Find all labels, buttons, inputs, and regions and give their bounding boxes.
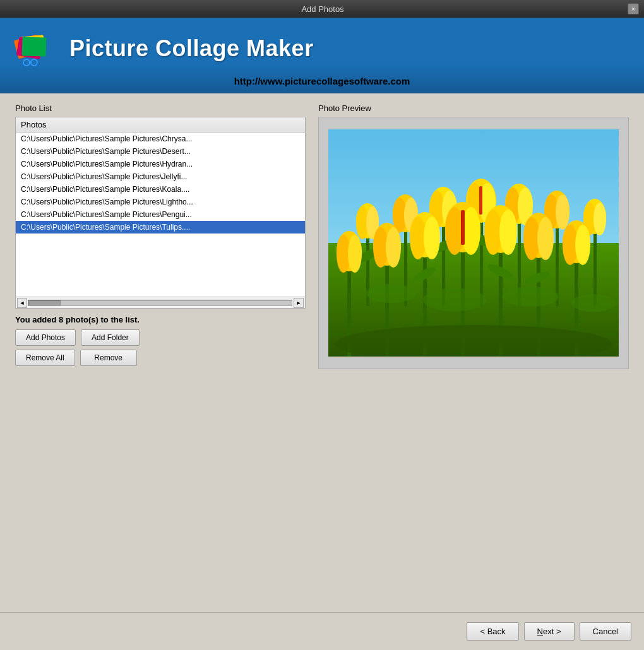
app-logo (13, 25, 60, 72)
photo-list-item[interactable]: C:\Users\Public\Pictures\Sample Pictures… (16, 221, 305, 233)
dialog-wrapper: Add Photos × Picture Collage Maker (0, 0, 644, 650)
photo-list-item[interactable]: C:\Users\Public\Pictures\Sample Pictures… (16, 208, 305, 221)
svg-point-5 (31, 59, 37, 66)
remove-buttons-row: Remove All Remove (15, 350, 306, 366)
cancel-button[interactable]: Cancel (580, 622, 631, 641)
left-panel: Photo List Photos C:\Users\Public\Pictur… (15, 103, 306, 602)
photo-list-item[interactable]: C:\Users\Public\Pictures\Sample Pictures… (16, 145, 305, 158)
add-photos-button[interactable]: Add Photos (15, 329, 76, 346)
header-url: http://www.picturecollagesoftware.com (13, 76, 631, 86)
close-button[interactable]: × (628, 3, 639, 15)
status-text: You added 8 photo(s) to the list. (15, 315, 306, 324)
photo-list-item[interactable]: C:\Users\Public\Pictures\Sample Pictures… (16, 196, 305, 208)
preview-image (328, 129, 619, 357)
svg-point-68 (537, 217, 554, 260)
header-row: Picture Collage Maker (13, 25, 314, 72)
add-folder-button[interactable]: Add Folder (81, 329, 140, 346)
scroll-track[interactable] (28, 300, 292, 306)
scroll-right-arrow[interactable]: ► (294, 298, 304, 308)
svg-rect-3 (21, 37, 46, 56)
photo-list-item[interactable]: C:\Users\Public\Pictures\Sample Pictures… (16, 133, 305, 145)
app-title: Picture Collage Maker (69, 35, 314, 62)
svg-point-64 (484, 210, 502, 255)
svg-point-46 (556, 194, 569, 230)
svg-point-73 (423, 288, 486, 311)
close-icon: × (631, 5, 635, 13)
remove-button[interactable]: Remove (80, 350, 137, 366)
svg-point-52 (348, 235, 362, 273)
scroll-thumb[interactable] (29, 300, 61, 305)
svg-point-71 (575, 225, 590, 265)
right-panel: Photo Preview (318, 103, 629, 602)
preview-container (318, 117, 629, 369)
back-button[interactable]: < Back (467, 622, 518, 641)
title-bar: Add Photos × (0, 0, 644, 18)
photo-list-item[interactable]: C:\Users\Public\Pictures\Sample Pictures… (16, 170, 305, 183)
svg-point-72 (366, 284, 417, 303)
svg-point-4 (23, 59, 30, 66)
header-banner: Picture Collage Maker http://www.picture… (0, 18, 644, 93)
photo-list-item[interactable]: C:\Users\Public\Pictures\Sample Pictures… (16, 183, 305, 196)
bottom-bar: < Back Next > Cancel (0, 612, 644, 650)
svg-point-65 (499, 210, 517, 255)
svg-point-58 (424, 216, 440, 259)
photo-list-items[interactable]: C:\Users\Public\Pictures\Sample Pictures… (16, 133, 305, 297)
main-content: Photo List Photos C:\Users\Public\Pictur… (0, 93, 644, 612)
svg-point-55 (386, 227, 401, 268)
add-buttons-row: Add Photos Add Folder (15, 329, 306, 346)
title-bar-title: Add Photos (18, 4, 628, 14)
svg-rect-62 (461, 210, 465, 245)
remove-all-button[interactable]: Remove All (15, 350, 75, 366)
svg-point-74 (502, 287, 559, 307)
next-button[interactable]: Next > (524, 622, 575, 641)
scroll-left-arrow[interactable]: ◄ (17, 298, 27, 308)
svg-point-75 (571, 294, 616, 312)
photo-list-label: Photo List (15, 103, 306, 113)
photo-preview-label: Photo Preview (318, 103, 629, 113)
svg-point-49 (593, 203, 606, 235)
photo-list-header: Photos (16, 117, 305, 133)
next-label: Next > (537, 627, 561, 636)
horizontal-scrollbar[interactable]: ◄ ► (16, 297, 305, 308)
photo-list-container: Photos C:\Users\Public\Pictures\Sample P… (15, 117, 306, 309)
photo-list-item[interactable]: C:\Users\Public\Pictures\Sample Pictures… (16, 158, 305, 170)
svg-rect-40 (479, 186, 482, 215)
